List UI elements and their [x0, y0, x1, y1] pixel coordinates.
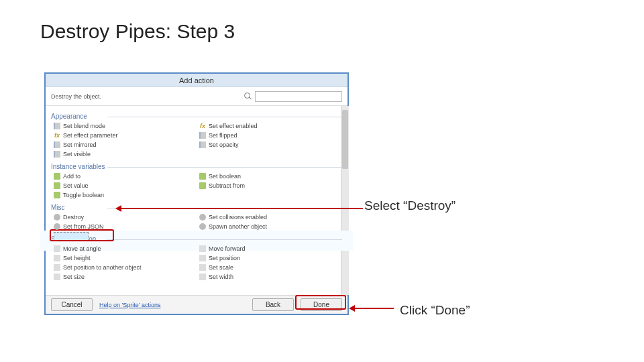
- action-subtract-from[interactable]: Subtract from: [197, 181, 342, 190]
- group-appearance-header: Appearance: [51, 113, 342, 120]
- action-set-position[interactable]: Set position: [197, 253, 342, 263]
- dialog-body: Appearance Set blend mode fxSet effect p…: [46, 106, 347, 282]
- action-add-to[interactable]: Add to: [51, 172, 197, 181]
- item-label: Toggle boolean: [63, 192, 104, 198]
- item-label: Spawn another object: [209, 223, 267, 230]
- dash-icon: [199, 264, 206, 271]
- bar-icon: [199, 141, 206, 148]
- dialog-footer: Cancel Help on 'Sprite' actions Back Don…: [46, 295, 347, 314]
- item-label: Set visible: [63, 151, 91, 158]
- action-set-scale[interactable]: Set scale: [197, 263, 342, 272]
- item-label: Set opacity: [209, 141, 239, 148]
- search-icon: [244, 93, 252, 101]
- add-action-dialog: Add action Destroy the object. Appearanc…: [44, 72, 349, 315]
- item-label: Set flipped: [209, 132, 237, 139]
- action-set-width[interactable]: Set width: [197, 272, 342, 282]
- action-destroy[interactable]: Destroy: [51, 213, 197, 222]
- tag-icon: [199, 173, 206, 180]
- action-set-effect-parameter[interactable]: fxSet effect parameter: [51, 131, 197, 140]
- item-label: Set height: [63, 255, 91, 261]
- back-button[interactable]: Back: [252, 298, 294, 311]
- slide-title: Destroy Pipes: Step 3: [40, 20, 235, 43]
- done-button[interactable]: Done: [301, 298, 342, 311]
- callout-select-destroy: Select “Destroy”: [364, 198, 455, 213]
- gear-icon: [199, 214, 206, 221]
- action-set-boolean[interactable]: Set boolean: [197, 172, 342, 181]
- bar-icon: [54, 151, 60, 158]
- action-set-height[interactable]: Set height: [51, 253, 197, 263]
- item-label: Set value: [63, 182, 89, 189]
- dialog-title: Add action: [46, 74, 347, 87]
- dash-icon: [54, 274, 60, 280]
- action-set-size[interactable]: Set size: [51, 272, 197, 282]
- item-label: Move at angle: [63, 245, 101, 252]
- action-set-visible[interactable]: Set visible: [51, 149, 197, 159]
- item-label: Set mirrored: [63, 141, 97, 148]
- fx-icon: fx: [54, 132, 60, 139]
- tag-icon: [54, 192, 60, 198]
- dialog-header-row: Destroy the object.: [46, 87, 347, 106]
- dash-icon: [54, 255, 60, 261]
- tag-icon: [54, 182, 60, 189]
- action-set-position-to-another-object[interactable]: Set position to another object: [51, 263, 197, 272]
- item-label: Set collisions enabled: [209, 214, 267, 221]
- item-label: Set scale: [209, 264, 233, 271]
- item-label: Destroy: [63, 214, 84, 221]
- item-label: Set effect parameter: [63, 132, 117, 139]
- dash-icon: [199, 274, 206, 280]
- callout-click-done: Click “Done”: [400, 303, 470, 318]
- action-move-at-angle[interactable]: Move at angle: [51, 244, 197, 253]
- cancel-button[interactable]: Cancel: [51, 298, 93, 311]
- action-toggle-boolean[interactable]: Toggle boolean: [51, 190, 197, 200]
- bar-icon: [199, 132, 206, 139]
- fx-icon: fx: [199, 123, 206, 129]
- search-input[interactable]: [255, 91, 342, 102]
- item-label: Set size: [63, 274, 85, 280]
- bar-icon: [54, 123, 60, 129]
- item-label: Move forward: [209, 245, 246, 252]
- action-set-effect-enabled[interactable]: fxSet effect enabled: [197, 121, 342, 131]
- action-move-forward[interactable]: Move forward: [197, 244, 342, 253]
- item-label: Set from JSON: [63, 223, 104, 230]
- tag-icon: [199, 182, 206, 189]
- group-misc-header: Misc: [51, 204, 342, 211]
- dash-icon: [199, 255, 206, 261]
- dash-icon: [199, 245, 206, 252]
- action-set-flipped[interactable]: Set flipped: [197, 131, 342, 140]
- help-link[interactable]: Help on 'Sprite' actions: [99, 302, 161, 308]
- action-set-from-json[interactable]: Set from JSON: [51, 222, 197, 231]
- item-label: Subtract from: [209, 182, 245, 189]
- item-label: Set width: [209, 274, 233, 280]
- gear-icon: [54, 223, 60, 230]
- item-label: Set position: [209, 255, 240, 261]
- group-instance-header: Instance variables: [51, 163, 342, 170]
- dialog-description: Destroy the object.: [51, 93, 244, 100]
- bar-icon: [54, 141, 60, 148]
- action-set-opacity[interactable]: Set opacity: [197, 140, 342, 149]
- item-label: Set position to another object: [63, 264, 142, 271]
- arrow-done-head: [349, 305, 355, 312]
- action-set-blend-mode[interactable]: Set blend mode: [51, 121, 197, 131]
- action-set-value[interactable]: Set value: [51, 181, 197, 190]
- dash-icon: [54, 245, 60, 252]
- item-label: Set effect enabled: [209, 123, 257, 129]
- gear-icon: [199, 223, 206, 230]
- action-set-mirrored[interactable]: Set mirrored: [51, 140, 197, 149]
- action-spawn-another-object[interactable]: Spawn another object: [197, 222, 342, 231]
- item-label: Set boolean: [209, 173, 241, 180]
- action-set-collisions-enabled[interactable]: Set collisions enabled: [197, 213, 342, 222]
- item-label: Add to: [63, 173, 80, 180]
- tag-icon: [54, 173, 60, 180]
- gear-icon: [54, 214, 60, 221]
- group-sizepos-header: Size & Position: [51, 235, 342, 243]
- dash-icon: [54, 264, 60, 271]
- item-label: Set blend mode: [63, 123, 105, 129]
- arrow-done: [354, 308, 394, 309]
